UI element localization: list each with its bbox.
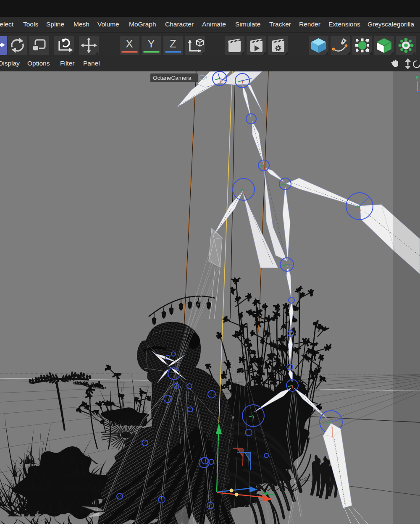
- svg-text:X: X: [126, 37, 133, 50]
- svg-text:Y: Y: [415, 75, 419, 81]
- svg-text:Z: Z: [170, 37, 176, 50]
- svg-text:OctaneCamera: OctaneCamera: [153, 75, 192, 81]
- svg-text:Y: Y: [147, 37, 155, 50]
